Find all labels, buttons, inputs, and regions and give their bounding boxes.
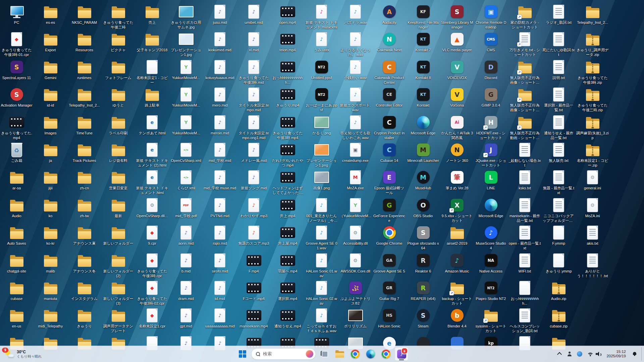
- desktop-icon[interactable]: RREAPER (x64): [406, 280, 440, 301]
- desktop-icon[interactable]: ♪HALion Sonic 02.wav: [305, 280, 338, 306]
- desktop-icon[interactable]: NKSC_PARAM: [67, 3, 101, 25]
- desktop-icon[interactable]: 選択肢 - 親作品一覧.txt: [542, 86, 576, 112]
- desktop-icon[interactable]: en-us: [0, 307, 34, 329]
- desktop-icon[interactable]: ♪jusu.mid: [203, 3, 237, 25]
- desktop-icon[interactable]: ♪メドレー風.mid: [237, 141, 271, 163]
- desktop-icon[interactable]: akis.txt: [576, 224, 609, 246]
- desktop-icon[interactable]: ↗backup - ショートカット: [440, 280, 474, 306]
- desktop-icon[interactable]: GAGroove Agent SE 5: [372, 252, 406, 274]
- desktop-icon[interactable]: ♪新規 テキスト ドキュメント.musicxml: [305, 3, 338, 29]
- chrome-profile-button[interactable]: [379, 347, 393, 361]
- desktop-icon[interactable]: 調声用データテンプレート: [101, 307, 135, 333]
- desktop-icon[interactable]: 売上: [135, 3, 169, 25]
- desktop-icon[interactable]: ⚙AWSSDK.Core.dll: [338, 252, 372, 274]
- desktop-icon[interactable]: 通知うせえ - 親作品一覧.txt: [542, 114, 576, 140]
- desktop-icon[interactable]: EEpson 接続診断ツール: [372, 169, 406, 195]
- desktop-icon[interactable]: アナウンス冬: [67, 252, 101, 274]
- desktop-icon[interactable]: 名称未設定1 - コピー.zip: [576, 141, 609, 168]
- desktop-icon[interactable]: ニコニコバックアップフォルダ一覧.txt: [542, 197, 576, 223]
- desktop-icon[interactable]: SSteam: [406, 307, 440, 329]
- desktop-icon[interactable]: ♪きゅうり食ってた午後3時.mid: [237, 59, 271, 85]
- desktop-icon[interactable]: SSteinberg Library Manager: [440, 3, 474, 29]
- desktop-icon[interactable]: CCubase 14: [372, 141, 406, 163]
- desktop-icon[interactable]: MMuseHub: [406, 169, 440, 191]
- desktop-icon[interactable]: MMoZA.exe: [338, 169, 372, 191]
- desktop-icon[interactable]: 井上屋.mp4: [271, 224, 305, 246]
- desktop-icon[interactable]: きゅうり食ってた.mp4: [0, 114, 34, 140]
- desktop-icon[interactable]: きゅうり食ってた午後三時: [101, 3, 135, 29]
- desktop-icon[interactable]: YYukkuriMovieM...: [169, 114, 203, 136]
- desktop-icon[interactable]: ♪mid_学校.mid: [203, 141, 237, 163]
- desktop-icon[interactable]: ♪gpt.mid: [169, 307, 203, 329]
- desktop-icon[interactable]: chatgpt-site: [0, 252, 34, 274]
- desktop-icon[interactable]: Microsoft Edge: [474, 197, 508, 219]
- desktop-icon[interactable]: きゅうり食ってた午後三時.zip: [576, 86, 609, 112]
- file-explorer-button[interactable]: [333, 347, 346, 361]
- desktop-icon[interactable]: Microsoft Edge: [406, 114, 440, 136]
- desktop-icon[interactable]: OOBS Studio: [406, 197, 440, 219]
- desktop-icon[interactable]: J↗JQuake.exe - ショートカット: [474, 141, 508, 168]
- clock[interactable]: 15:12 2025/09/19: [604, 347, 629, 361]
- desktop-icon[interactable]: YYukkuriMovieM...: [169, 59, 203, 80]
- desktop-icon[interactable]: ♪td.mid: [203, 280, 237, 301]
- desktop-icon[interactable]: ◆9.cpr: [135, 224, 169, 246]
- desktop-icon[interactable]: ♪mid_学校 muse.mid: [203, 169, 237, 191]
- desktop-icon[interactable]: ♪MuseScore Studio 4: [474, 224, 508, 250]
- desktop-icon[interactable]: Fコード.mp4: [237, 280, 271, 301]
- desktop-icon[interactable]: Audio: [0, 197, 34, 219]
- tray-blue-app-button[interactable]: [575, 347, 584, 361]
- desktop-icon[interactable]: cubase: [0, 280, 34, 301]
- desktop-icon[interactable]: CEController Editor: [372, 86, 406, 108]
- desktop-icon[interactable]: ↗家の防犯カメラ - ショートカット: [508, 3, 542, 29]
- desktop-icon[interactable]: id-id: [34, 86, 67, 108]
- desktop-icon[interactable]: 井上.mp4: [271, 197, 305, 219]
- desktop-icon[interactable]: midi_Telepathy: [34, 307, 67, 329]
- desktop-icon[interactable]: 父子キャンプ2018: [135, 31, 169, 53]
- desktop-icon[interactable]: zh-tw: [67, 197, 101, 219]
- desktop-icon[interactable]: ♪meroin.mid: [203, 114, 237, 136]
- desktop-icon[interactable]: VVoiSona: [440, 86, 474, 108]
- desktop-icon[interactable]: TimeTune: [67, 114, 101, 136]
- notification-center-button[interactable]: [630, 347, 639, 361]
- desktop-icon[interactable]: ♪sirofo.mid: [203, 252, 237, 274]
- chrome-button[interactable]: [348, 347, 362, 361]
- desktop-icon[interactable]: _起動しない場合.txt: [508, 141, 542, 168]
- desktop-icon[interactable]: zh-cn: [67, 169, 101, 191]
- desktop-icon[interactable]: ko: [34, 197, 67, 219]
- desktop-icon[interactable]: RReaktor 6: [406, 252, 440, 274]
- desktop-icon[interactable]: おっhhhhhhhhhhhh...: [271, 59, 305, 85]
- desktop-icon[interactable]: manisekarin.mp4: [237, 307, 271, 329]
- desktop-icon[interactable]: bBlender 4.4: [440, 307, 474, 329]
- desktop-icon[interactable]: ◆きゅうり食ってた午後3時-02.cpr: [135, 280, 169, 306]
- desktop-icon[interactable]: ↗無人販売不正行為動画 - ショートカット: [508, 114, 542, 140]
- desktop-icon[interactable]: LLINE: [474, 169, 508, 191]
- desktop-icon[interactable]: PC: [0, 3, 34, 25]
- desktop-icon[interactable]: ⚙general.ini: [576, 169, 609, 191]
- desktop-icon[interactable]: ♪b.mid: [169, 252, 203, 274]
- widgets-weather-button[interactable]: 9 30°C くもり時々晴れ: [0, 346, 46, 362]
- desktop-icon[interactable]: MMinecraft Launcher: [406, 141, 440, 163]
- desktop-icon[interactable]: レジ袋有料: [101, 141, 135, 163]
- desktop-icon[interactable]: SPlogue sforzando x64: [406, 224, 440, 250]
- desktop-icon[interactable]: GGIMP 3.0.4: [474, 86, 508, 108]
- desktop-icon[interactable]: CMSCMS: [474, 31, 508, 53]
- desktop-icon[interactable]: ♻ごみ箱: [0, 141, 34, 163]
- desktop-icon[interactable]: Track Pictures: [67, 141, 101, 163]
- desktop-icon[interactable]: Telepathy_Inst_2...: [67, 86, 101, 108]
- desktop-icon[interactable]: ↗無人販売不正行為画像 - ショートカッ...: [508, 59, 542, 85]
- desktop-icon[interactable]: ♪001_東北きりたん（ノーマル）_今じゃ...: [305, 197, 338, 223]
- desktop-icon[interactable]: SActivation Manager: [0, 86, 34, 108]
- desktop-icon[interactable]: VVOICEVOX: [440, 59, 474, 80]
- desktop-icon[interactable]: きゅうり.ymmp: [542, 252, 576, 274]
- desktop-icon[interactable]: ♪Groove Agent SE 01.wav: [305, 224, 338, 250]
- desktop-icon[interactable]: Y（YukkuriMovieM...: [338, 197, 372, 219]
- desktop-icon[interactable]: 新しいフォルダー (3): [101, 280, 135, 306]
- start-button[interactable]: [236, 347, 249, 361]
- desktop-icon[interactable]: ◆きゅうり食ってた午後3時.cpr: [135, 252, 169, 278]
- desktop-icon[interactable]: 新しいフォルダー (2): [101, 252, 135, 278]
- desktop-icon[interactable]: ⚙Accessibility.dll: [338, 224, 372, 246]
- desktop-icon[interactable]: きゅうり.mp4: [271, 86, 305, 108]
- desktop-icon[interactable]: WIFI.txt: [508, 252, 542, 274]
- desktop-icon[interactable]: ♪uaaaaaaaaaa.mid: [203, 307, 237, 329]
- active-media-app-button[interactable]: ♪ 8: [395, 347, 408, 361]
